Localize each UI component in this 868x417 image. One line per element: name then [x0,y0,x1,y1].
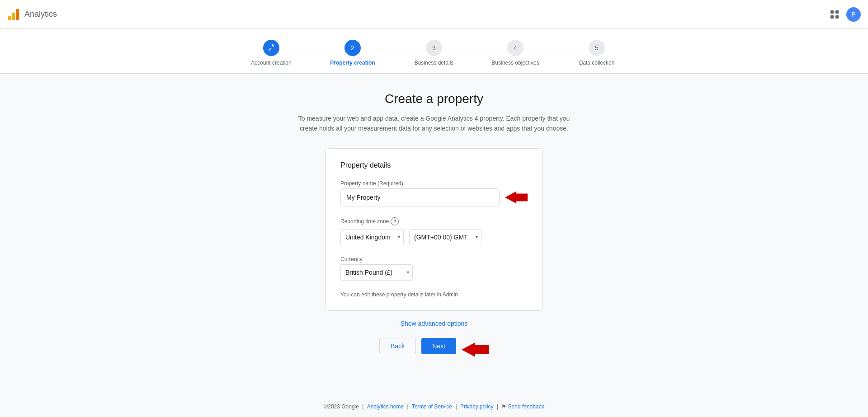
svg-rect-6 [835,15,839,19]
input-arrow-wrapper [340,188,528,206]
feedback-icon: ⚑ [501,403,506,410]
svg-marker-8 [462,342,489,357]
step-1-circle [263,40,279,56]
currency-select-wrapper: British Pound (£) US Dollar ($) Euro (€)… [340,264,413,281]
svg-rect-5 [830,15,834,19]
step-business-details: 3 Business details [393,40,475,66]
step-5-circle: 5 [589,40,605,56]
svg-rect-1 [12,13,15,20]
step-business-objectives: 4 Business objectives [475,40,556,66]
svg-rect-2 [16,9,19,20]
send-feedback-link[interactable]: Send feedback [508,403,544,410]
analytics-home-link[interactable]: Analytics home [367,403,404,410]
step-property-creation: 2 Property creation [312,40,393,66]
button-row: Back Next [379,338,489,361]
timezone-help-icon[interactable]: ? [391,217,399,225]
step-3-circle: 3 [426,40,442,56]
page-title: Create a property [385,92,483,106]
currency-select[interactable]: British Pound (£) US Dollar ($) Euro (€) [340,264,413,281]
grid-apps-button[interactable] [826,6,843,23]
step-account-creation: Account creation [231,40,312,66]
country-select-wrapper: United Kingdom United States Germany Fra… [340,229,404,245]
analytics-logo [7,8,20,21]
step-5-label: Data collection [579,60,615,66]
analytics-logo-icon [7,8,20,21]
step-2-circle: 2 [344,40,361,56]
property-details-card: Property details Property name (Required… [326,148,542,311]
timezone-row: United Kingdom United States Germany Fra… [340,229,528,245]
step-4-circle: 4 [507,40,524,56]
footer: ©2023 Google | Analytics home | Terms of… [0,396,868,417]
show-advanced-link[interactable]: Show advanced options [401,320,468,327]
terms-service-link[interactable]: Terms of Service [412,403,452,410]
app-title: Analytics [24,9,57,19]
user-avatar[interactable]: P [846,7,861,22]
svg-rect-3 [830,10,834,14]
property-name-group: Property name (Required) [340,180,528,206]
property-name-label: Property name (Required) [340,180,528,187]
header-right: P [826,6,861,23]
svg-marker-7 [505,191,528,203]
step-data-collection: 5 Data collection [556,40,637,66]
back-button[interactable]: Back [379,338,416,354]
header: Analytics P [0,0,868,29]
header-left: Analytics [7,8,57,21]
stepper: Account creation 2 Property creation 3 B… [231,40,637,66]
step-4-label: Business objectives [491,60,539,66]
hint-text: You can edit these property details late… [340,291,528,298]
step-3-label: Business details [415,60,454,66]
input-red-arrow [505,189,528,206]
card-title: Property details [340,161,528,169]
timezone-group: Reporting time zone ? United Kingdom Uni… [340,217,528,245]
timezone-select-wrapper: (GMT+00:00) GMT (GMT+01:00) BST ▾ [409,229,481,245]
svg-rect-4 [835,10,839,14]
step-1-label: Account creation [251,60,291,66]
next-button[interactable]: Next [421,338,456,354]
grid-icon [830,10,839,19]
page-description: To measure your web and app data, create… [289,113,579,134]
currency-group: Currency British Pound (£) US Dollar ($)… [340,256,528,281]
property-name-input[interactable] [340,188,500,206]
action-buttons: Back Next [379,338,456,354]
currency-label: Currency [340,256,528,262]
copyright-text: ©2023 Google [324,403,359,410]
privacy-policy-link[interactable]: Privacy policy [460,403,493,410]
country-select[interactable]: United Kingdom United States Germany Fra… [340,229,404,245]
timezone-label: Reporting time zone [340,218,389,225]
timezone-select[interactable]: (GMT+00:00) GMT (GMT+01:00) BST [409,229,481,245]
main-content: Create a property To measure your web an… [0,74,868,389]
stepper-container: Account creation 2 Property creation 3 B… [0,29,868,74]
step-2-label: Property creation [330,60,375,66]
svg-rect-0 [8,16,11,20]
next-button-red-arrow [462,342,489,358]
pencil-icon [268,44,275,52]
